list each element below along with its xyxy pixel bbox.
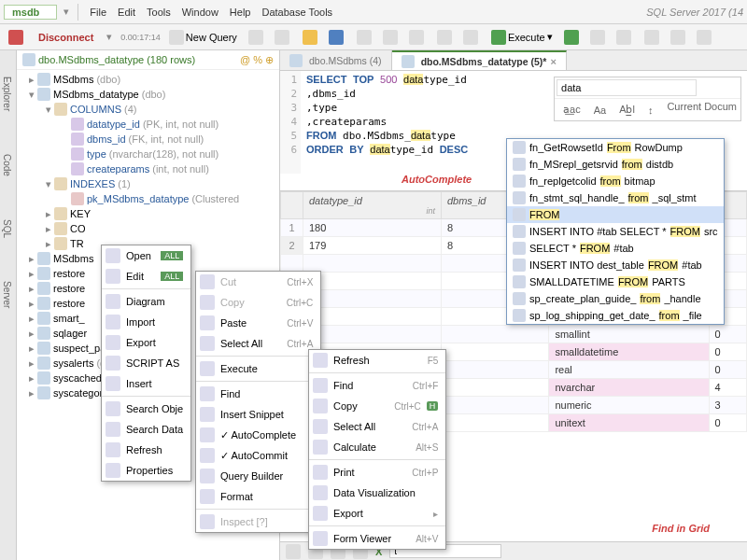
find-opt[interactable]: Aa (589, 101, 611, 119)
menu-tools[interactable]: Tools (141, 5, 176, 20)
tool-icon-3[interactable] (644, 30, 659, 45)
autocomplete-item[interactable]: INSERT INTO #tab SELECT * FROM src (507, 223, 724, 240)
code-tab[interactable]: Code (0, 147, 16, 184)
menu-item-properties[interactable]: Properties (102, 460, 190, 481)
save-icon[interactable] (329, 30, 344, 45)
tree-item[interactable]: ▸KEY (17, 206, 279, 221)
tree-item[interactable]: ▸CO (17, 221, 279, 236)
menu-item-refresh[interactable]: Refresh (102, 440, 190, 460)
menu-item-export[interactable]: Export (102, 332, 190, 353)
close-icon[interactable]: × (550, 56, 556, 67)
editor-tab[interactable]: dbo.MSdbms (4) (280, 50, 392, 70)
tree-item[interactable]: ▾COLUMNS(4) (17, 102, 279, 117)
menu-item-insert-snippet[interactable]: Insert Snippet (196, 404, 320, 425)
autocomplete-item[interactable]: SELECT * FROM #tab (507, 240, 724, 257)
tree-item[interactable]: ▾INDEXES(1) (17, 176, 279, 191)
tool-icon-2[interactable] (616, 30, 631, 45)
menu-item-print[interactable]: PrintCtrl+P (309, 462, 445, 483)
tree-item[interactable]: ▸MSdbms(dbo) (17, 72, 279, 87)
menu-item-find[interactable]: Find (196, 384, 320, 404)
menu-item-search-obje[interactable]: Search Obje (102, 399, 190, 419)
redo-icon[interactable] (463, 30, 478, 45)
explorer-tab[interactable]: Explorer (0, 69, 16, 119)
tree-item[interactable]: createparams(int, not null) (17, 161, 279, 176)
dropdown-icon[interactable]: ▾ (61, 6, 72, 18)
autocomplete-item[interactable]: INSERT INTO dest_table FROM #tab (507, 257, 724, 273)
autocomplete-popup[interactable]: fn_GetRowsetIdFromRowDumpfn_MSrepl_getsr… (506, 138, 725, 325)
tree-badges[interactable]: @ % ⊕ (240, 54, 274, 66)
autocomplete-item[interactable]: sp_create_plan_guide_from_handle (507, 290, 724, 307)
menu-item-edit[interactable]: EditALL (102, 266, 190, 287)
find-input[interactable] (557, 79, 697, 96)
menu-item-select-all[interactable]: Select AllCtrl+A (196, 333, 320, 354)
grid-context-menu[interactable]: RefreshF5FindCtrl+FCopyCtrl+CHSelect All… (308, 349, 446, 550)
stop-icon[interactable] (8, 30, 23, 45)
menu-window[interactable]: Window (176, 5, 224, 20)
menu-item-open[interactable]: OpenALL (102, 245, 190, 266)
tool-icon-4[interactable] (670, 30, 685, 45)
column-header[interactable]: datatype_idint (303, 192, 442, 219)
menu-item-autocommit[interactable]: ✓ AutoCommit (196, 445, 320, 466)
menu-item-data-visualization[interactable]: Data Visualization (309, 483, 445, 503)
menu-item-import[interactable]: Import (102, 312, 190, 332)
find-opt[interactable]: Ab̲l (614, 101, 640, 119)
menu-item-form-viewer[interactable]: Form ViewerAlt+V (309, 528, 445, 549)
tree-item[interactable]: ▾MSdbms_datatype(dbo) (17, 87, 279, 102)
menu-item-search-data[interactable]: Search Data (102, 419, 190, 440)
tree-item[interactable]: dbms_id(FK, int, not null) (17, 132, 279, 147)
menu-item-paste[interactable]: PasteCtrl+V (196, 313, 320, 333)
execute-button[interactable]: Execute ▾ (486, 27, 557, 48)
menu-file[interactable]: File (84, 5, 112, 20)
menu-item-copy[interactable]: CopyCtrl+CH (309, 396, 445, 416)
database-selector[interactable]: msdb (4, 5, 57, 20)
autocomplete-item[interactable]: fn_replgetcolidfrombitmap (507, 173, 724, 189)
menu-item-calculate[interactable]: CalculateAlt+S (309, 437, 445, 457)
undo-icon[interactable] (437, 30, 452, 45)
menu-item-insert[interactable]: Insert (102, 373, 190, 394)
find-opt[interactable]: ↕ (643, 101, 658, 119)
menu-item-cut[interactable]: CutCtrl+X (196, 272, 320, 292)
menu-database-tools[interactable]: Database Tools (256, 5, 338, 20)
tree-item[interactable]: datatype_id(PK, int, not null) (17, 117, 279, 132)
menu-item-autocomplete[interactable]: ✓ AutoComplete (196, 425, 320, 445)
menu-item-query-builder[interactable]: Query Builder (196, 466, 320, 486)
menu-item-inspect-[interactable]: Inspect [?] (196, 511, 320, 532)
check-icon[interactable] (564, 30, 579, 45)
tree-item[interactable]: pk_MSdbms_datatype(Clustered (17, 191, 279, 206)
menu-item-diagram[interactable]: Diagram (102, 291, 190, 312)
menu-item-export[interactable]: Export▸ (309, 503, 445, 524)
autocomplete-item[interactable]: SMALLDATETIMEFROMPARTS (507, 273, 724, 290)
tree-item[interactable]: type(nvarchar(128), not null) (17, 147, 279, 161)
copy-icon[interactable] (383, 30, 398, 45)
new-query-button[interactable]: New Query (164, 27, 242, 48)
menu-edit[interactable]: Edit (112, 5, 141, 20)
autocomplete-item[interactable]: fn_stmt_sql_handle_from_sql_stmt (507, 189, 724, 206)
tool-icon-5[interactable] (697, 30, 712, 45)
paste-icon[interactable] (409, 30, 424, 45)
autocomplete-item[interactable]: fn_GetRowsetIdFromRowDump (507, 139, 724, 156)
menu-item-execute[interactable]: Execute (196, 358, 320, 379)
open-icon[interactable] (303, 30, 317, 45)
tree-context-menu[interactable]: OpenALLEditALLDiagramImportExportSCRIPT … (101, 245, 191, 482)
menu-item-find[interactable]: FindCtrl+F (309, 375, 445, 396)
grid-icon[interactable] (248, 30, 263, 45)
autocomplete-item[interactable]: fn_MSrepl_getsrvidfromdistdb (507, 156, 724, 173)
server-tab[interactable]: Server (0, 273, 16, 315)
cut-icon[interactable] (357, 30, 372, 45)
editor-tab[interactable]: dbo.MSdbms_datatype (5)*× (392, 50, 567, 70)
sql-tab[interactable]: SQL (0, 212, 16, 245)
menu-item-select-all[interactable]: Select AllCtrl+A (309, 416, 445, 437)
menu-item-script-as[interactable]: SCRIPT AS (102, 353, 190, 373)
editor-context-menu[interactable]: CutCtrl+XCopyCtrl+CPasteCtrl+VSelect All… (195, 271, 321, 533)
autocomplete-item[interactable]: FROM (507, 206, 724, 223)
autocomplete-item[interactable]: sp_log_shipping_get_date_from_file (507, 307, 724, 324)
menu-item-refresh[interactable]: RefreshF5 (309, 350, 445, 371)
find-opt[interactable]: a͟ac (558, 101, 585, 119)
menu-help[interactable]: Help (224, 5, 257, 20)
menu-item-format[interactable]: Format (196, 486, 320, 507)
disconnect-button[interactable]: Disconnect (30, 29, 102, 46)
menu-item-copy[interactable]: CopyCtrl+C (196, 292, 320, 313)
tool-icon-1[interactable] (590, 30, 605, 45)
layout-icon[interactable] (275, 30, 289, 45)
grid-tool-icon[interactable] (286, 544, 301, 559)
